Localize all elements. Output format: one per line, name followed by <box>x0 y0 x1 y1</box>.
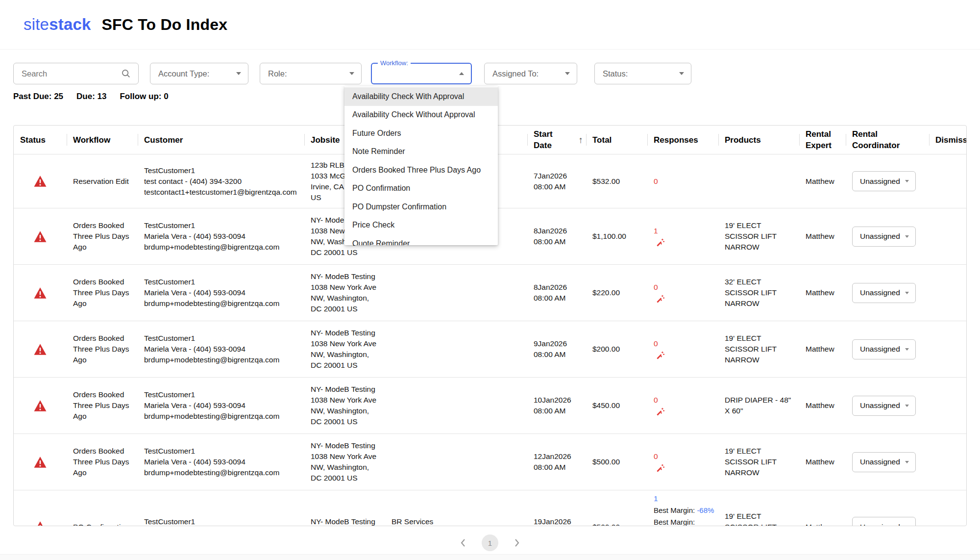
status-cell <box>14 521 67 526</box>
workflow-select[interactable]: Workflow: <box>371 63 472 84</box>
rental-coordinator-cell: Unassigned <box>846 517 929 526</box>
account-type-select[interactable]: Account Type: <box>150 63 248 84</box>
pagination: 1 <box>0 534 980 552</box>
rental-coordinator-cell: Unassigned <box>846 171 929 191</box>
rental-coordinator-value: Unassigned <box>860 345 900 354</box>
total-cell: $450.00 <box>586 400 647 411</box>
start-date-cell: 12Jan2026 08:00 AM <box>527 451 586 473</box>
menu-item[interactable]: Note Reminder <box>344 143 498 161</box>
responses-count[interactable]: 1 <box>654 226 658 236</box>
due-count: Due: 13 <box>76 92 106 102</box>
next-page-button[interactable] <box>511 537 523 549</box>
chevron-right-icon <box>514 538 520 547</box>
best-margin-line: Best Margin: <box>654 517 695 526</box>
best-margin-line: Best Margin: -68% <box>654 505 714 516</box>
sort-ascending-icon[interactable]: ↑ <box>579 134 584 146</box>
menu-item[interactable]: Price Check <box>344 216 498 235</box>
app-header: sitestack SFC To Do Index <box>0 0 980 50</box>
rental-expert-cell: Matthew <box>799 400 846 411</box>
footer-strip <box>0 554 980 560</box>
products-cell: DRIP DIAPER - 48" X 60" <box>718 395 799 416</box>
assigned-to-select[interactable]: Assigned To: <box>484 63 577 84</box>
rental-expert-cell: Matthew <box>799 457 846 467</box>
past-due-count: Past Due: 25 <box>13 92 63 102</box>
rental-coordinator-cell: Unassigned <box>846 339 929 359</box>
products-cell: 19' ELECT SCISSOR LIFT NARROW <box>718 220 799 253</box>
responses-count[interactable]: 0 <box>654 451 658 462</box>
workflow-cell: Reservation Edit <box>67 176 138 187</box>
rental-coordinator-cell: Unassigned <box>846 227 929 247</box>
rental-coordinator-dropdown[interactable]: Unassigned <box>852 227 916 247</box>
rental-coordinator-dropdown[interactable]: Unassigned <box>852 171 916 191</box>
responses-count[interactable]: 0 <box>654 338 658 349</box>
workflow-cell: Orders Booked Three Plus Days Ago <box>67 277 138 309</box>
products-cell: 19' ELECT SCISSOR LIFT NARROW <box>718 446 799 478</box>
start-date-cell: 8Jan2026 08:00 AM <box>527 282 586 304</box>
menu-item[interactable]: Quote Reminder <box>344 234 498 245</box>
magic-wand-icon[interactable] <box>656 294 665 304</box>
rental-coordinator-cell: Unassigned <box>846 283 929 303</box>
rental-coordinator-dropdown[interactable]: Unassigned <box>852 452 916 472</box>
total-cell: $220.00 <box>586 287 647 298</box>
status-cell <box>14 456 67 468</box>
role-select[interactable]: Role: <box>260 63 362 84</box>
menu-item[interactable]: Future Orders <box>344 124 498 143</box>
start-date-cell: 7Jan2026 08:00 AM <box>527 171 586 192</box>
customer-cell: TestCustomer1 Mariela Vera - (404) 593-0… <box>138 220 304 253</box>
rental-coordinator-dropdown[interactable]: Unassigned <box>852 283 916 303</box>
menu-item[interactable]: Orders Booked Three Plus Days Ago <box>344 161 498 179</box>
status-select[interactable]: Status: <box>594 63 691 84</box>
col-header-start-date[interactable]: Start Date↑ <box>527 126 586 154</box>
rental-coordinator-dropdown[interactable]: Unassigned <box>852 339 916 359</box>
magic-wand-icon[interactable] <box>656 351 665 360</box>
status-cell <box>14 343 67 356</box>
sfc-todo-index-page: sitestack SFC To Do Index Account Type: … <box>0 0 980 560</box>
assigned-to-label: Assigned To: <box>492 69 565 78</box>
table-row: PO Confirmation TestCustomer1 Mariela Ve… <box>14 490 966 526</box>
account-type-label: Account Type: <box>158 69 236 78</box>
menu-item[interactable]: PO Confirmation <box>344 179 498 198</box>
responses-count[interactable]: 0 <box>654 176 658 187</box>
warning-triangle-icon <box>33 456 47 468</box>
total-cell: $532.00 <box>586 176 647 187</box>
warning-triangle-icon <box>33 521 47 526</box>
chevron-up-icon <box>459 72 464 75</box>
page-number-button[interactable]: 1 <box>482 535 498 551</box>
menu-item[interactable]: Availability Check Without Approval <box>344 106 498 125</box>
rental-expert-cell: Matthew <box>799 231 846 242</box>
responses-cell: 0 <box>647 451 718 473</box>
jobsite-cell: NY- ModeB Testing 1038 New York Ave NW, … <box>304 384 385 427</box>
magic-wand-icon[interactable] <box>656 463 665 473</box>
rental-coordinator-value: Unassigned <box>860 288 900 297</box>
start-date-cell: 19Jan2026 08:00 AM <box>527 516 586 527</box>
warning-triangle-icon <box>33 230 47 243</box>
rental-coordinator-dropdown[interactable]: Unassigned <box>852 517 916 526</box>
magic-wand-icon[interactable] <box>656 407 665 416</box>
responses-cell: 0 <box>647 282 718 304</box>
start-date-cell: 10Jan2026 08:00 AM <box>527 395 586 416</box>
search-input[interactable] <box>22 69 121 78</box>
responses-count[interactable]: 0 <box>654 395 658 406</box>
magic-wand-icon[interactable] <box>656 238 665 247</box>
responses-count[interactable]: 0 <box>654 282 658 293</box>
customer-cell: TestCustomer1 Mariela Vera - (404) 593-0… <box>138 446 304 478</box>
search-box[interactable] <box>13 63 139 84</box>
chevron-down-icon <box>905 180 909 182</box>
table-row: Orders Booked Three Plus Days Ago TestCu… <box>14 377 966 433</box>
menu-item[interactable]: PO Dumpster Confirmation <box>344 198 498 216</box>
rental-coordinator-value: Unassigned <box>860 401 900 410</box>
summary-counts: Past Due: 25 Due: 13 Follow up: 0 <box>13 92 169 102</box>
total-cell: $500.00 <box>586 522 647 527</box>
chevron-down-icon <box>905 526 909 526</box>
responses-count[interactable]: 1 <box>654 493 658 504</box>
rental-expert-cell: Matthew <box>799 344 846 355</box>
table-row: Orders Booked Three Plus Days Ago TestCu… <box>14 433 966 490</box>
status-cell <box>14 400 67 412</box>
jobsite-cell: NY- ModeB Testing 1038 New York Ave <box>304 516 385 527</box>
warning-triangle-icon <box>33 343 47 356</box>
menu-item[interactable]: Availability Check With Approval <box>344 87 498 106</box>
jobsite-cell: NY- ModeB Testing 1038 New York Ave NW, … <box>304 328 385 371</box>
best-margin-label: Best Margin: <box>654 518 695 526</box>
previous-page-button[interactable] <box>457 537 469 549</box>
rental-coordinator-dropdown[interactable]: Unassigned <box>852 396 916 416</box>
